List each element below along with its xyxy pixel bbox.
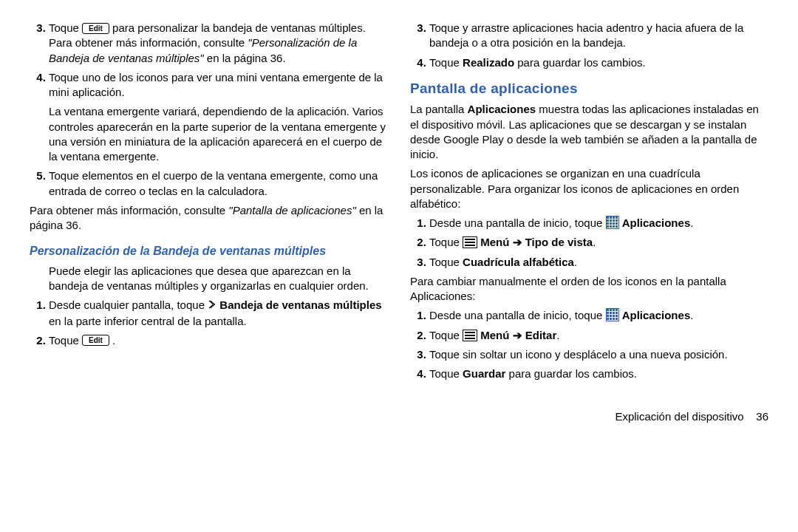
apps-grid-icon <box>606 308 619 321</box>
left-p1: Puede elegir las aplicaciones que desea … <box>49 264 388 294</box>
mstep-1: Desde una pantalla de inicio, toque Apli… <box>429 308 768 323</box>
step-4-detail: La ventana emergente variará, dependiend… <box>49 104 388 164</box>
edit-icon: Edit <box>82 335 109 346</box>
step-5: Toque elementos en el cuerpo de la venta… <box>49 168 388 199</box>
mstep-2: Toque Menú ➔ Editar. <box>429 328 768 343</box>
page-number: 36 <box>756 410 768 423</box>
page-columns: Toque Edit para personalizar la bandeja … <box>30 18 768 425</box>
right-column: Toque y arrastre aplicaciones hacia aden… <box>410 18 768 425</box>
right-p3: Para cambiar manualmente el orden de los… <box>410 274 768 304</box>
apps-grid-icon <box>606 216 619 229</box>
right-steps-continued: Toque y arrastre aplicaciones hacia aden… <box>410 21 768 70</box>
chevron-icon <box>208 299 215 313</box>
left-column: Toque Edit para personalizar la bandeja … <box>30 18 388 425</box>
menu-icon <box>463 236 477 248</box>
section-title: Explicación del dispositivo <box>615 410 743 423</box>
right-p2: Los iconos de aplicaciones se organizan … <box>410 166 768 211</box>
step-3: Toque Edit para personalizar la bandeja … <box>49 21 388 66</box>
left-steps-continued: Toque Edit para personalizar la bandeja … <box>30 21 388 199</box>
astep-3: Toque Cuadrícula alfabética. <box>429 255 768 270</box>
left-personalization-steps: Desde cualquier pantalla, toque Bandeja … <box>30 298 388 348</box>
mstep-4: Toque Guardar para guardar los cambios. <box>429 366 768 381</box>
astep-2: Toque Menú ➔ Tipo de vista. <box>429 235 768 250</box>
right-alpha-steps: Desde una pantalla de inicio, toque Apli… <box>410 216 768 270</box>
right-manual-steps: Desde una pantalla de inicio, toque Apli… <box>410 308 768 381</box>
menu-icon <box>463 330 477 341</box>
right-p1: La pantalla Aplicaciones muestra todas l… <box>410 102 768 162</box>
edit-icon: Edit <box>82 23 109 34</box>
heading-pantalla-aplicaciones: Pantalla de aplicaciones <box>410 79 768 98</box>
step-4: Toque uno de los iconos para ver una min… <box>49 70 388 165</box>
pstep-2: Toque Edit . <box>49 333 388 348</box>
heading-personalizacion: Personalización de la Bandeja de ventana… <box>30 243 388 259</box>
left-more-info: Para obtener más información, consulte "… <box>30 203 388 233</box>
pstep-1: Desde cualquier pantalla, toque Bandeja … <box>49 298 388 328</box>
page-footer: Explicación del dispositivo 36 <box>410 409 768 424</box>
rstep-3: Toque y arrastre aplicaciones hacia aden… <box>429 21 768 51</box>
astep-1: Desde una pantalla de inicio, toque Apli… <box>429 216 768 231</box>
mstep-3: Toque sin soltar un icono y desplácelo a… <box>429 347 768 362</box>
rstep-4: Toque Realizado para guardar los cambios… <box>429 55 768 70</box>
